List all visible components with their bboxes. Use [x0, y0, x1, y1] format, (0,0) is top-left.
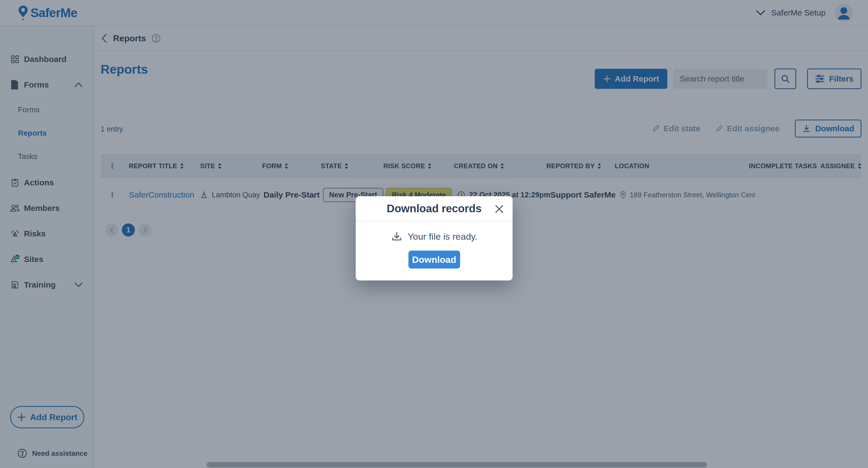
- horizontal-scrollbar[interactable]: [207, 462, 707, 467]
- close-icon[interactable]: [494, 204, 504, 214]
- modal-message: Your file is ready.: [408, 231, 477, 242]
- modal-download-button[interactable]: Download: [408, 250, 460, 269]
- download-tray-icon: [391, 231, 403, 242]
- modal-title: Download records: [387, 202, 482, 215]
- download-records-modal: Download records Your file is ready. Dow…: [356, 196, 513, 280]
